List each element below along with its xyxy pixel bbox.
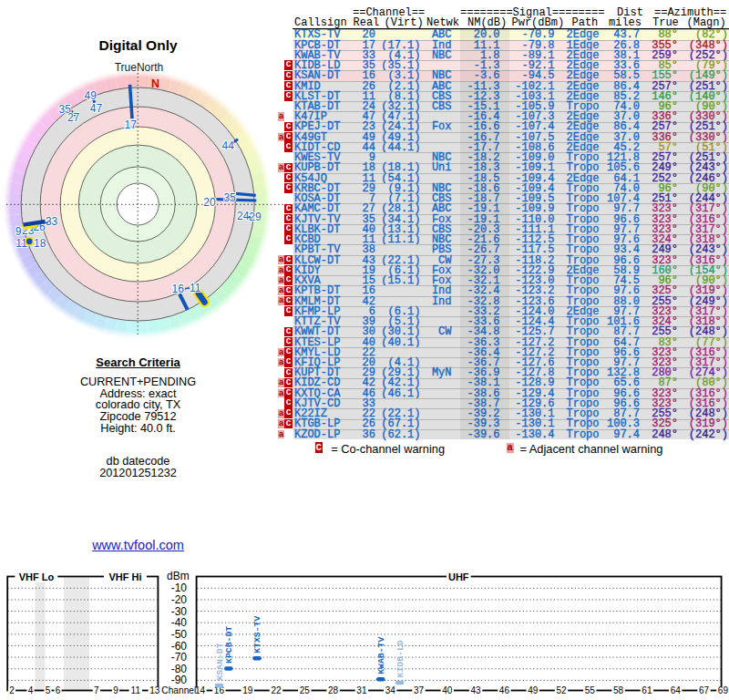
svg-text:22: 22 (271, 685, 282, 695)
svg-text:49: 49 (528, 685, 539, 695)
svg-text:35: 35 (223, 191, 236, 204)
svg-text:20: 20 (203, 196, 216, 209)
svg-text:69: 69 (718, 685, 729, 695)
svg-text:7: 7 (94, 685, 99, 695)
svg-text:40: 40 (442, 685, 453, 695)
svg-text:18: 18 (34, 237, 46, 250)
svg-text:2: 2 (9, 685, 15, 695)
svg-text:19: 19 (242, 685, 253, 695)
svg-text:KPCB-DT: KPCB-DT (224, 626, 234, 664)
svg-text:27: 27 (67, 111, 80, 124)
svg-text:52: 52 (556, 685, 567, 695)
svg-text:17: 17 (125, 118, 138, 131)
svg-text:13: 13 (149, 685, 160, 695)
svg-text:31: 31 (356, 685, 367, 695)
svg-text:6: 6 (56, 685, 61, 695)
svg-text:44: 44 (222, 139, 235, 152)
svg-text:Channel: Channel (161, 685, 196, 695)
svg-text:UHF: UHF (448, 571, 469, 582)
svg-text:11: 11 (15, 237, 27, 250)
svg-text:43: 43 (471, 685, 482, 695)
svg-text:14: 14 (195, 685, 206, 695)
svg-text:5: 5 (46, 685, 51, 695)
svg-text:KWAB-TV: KWAB-TV (376, 637, 386, 674)
svg-text:VHF Hi: VHF Hi (108, 571, 141, 582)
svg-text:47: 47 (90, 102, 103, 115)
svg-text:61: 61 (642, 685, 652, 695)
svg-text:9: 9 (113, 685, 118, 695)
svg-text:KIDB-LD: KIDB-LD (395, 640, 406, 677)
svg-text:67: 67 (699, 685, 710, 695)
svg-text:33: 33 (46, 215, 58, 228)
svg-text:11: 11 (131, 685, 141, 695)
svg-text:28: 28 (328, 685, 339, 695)
svg-text:dBm: dBm (167, 570, 190, 582)
svg-text:11: 11 (190, 282, 201, 294)
svg-text:KSAN-DT: KSAN-DT (215, 643, 225, 680)
svg-text:24: 24 (237, 210, 250, 222)
svg-text:34: 34 (385, 685, 396, 695)
svg-text:N: N (151, 77, 159, 90)
svg-text:64: 64 (671, 685, 682, 695)
svg-text:29: 29 (249, 211, 262, 223)
svg-text:4: 4 (28, 685, 34, 695)
svg-text:9: 9 (15, 225, 22, 238)
svg-text:-90: -90 (171, 674, 188, 686)
svg-text:49: 49 (85, 89, 98, 102)
svg-text:46: 46 (499, 685, 510, 695)
svg-text:55: 55 (585, 685, 596, 695)
svg-text:16: 16 (172, 283, 185, 295)
svg-text:25: 25 (300, 685, 311, 695)
svg-text:58: 58 (613, 685, 624, 695)
svg-text:KTXS-TV: KTXS-TV (252, 616, 262, 654)
svg-text:37: 37 (414, 685, 425, 695)
svg-text:VHF Lo: VHF Lo (19, 571, 55, 582)
svg-text:TrueNorth: TrueNorth (115, 61, 164, 74)
